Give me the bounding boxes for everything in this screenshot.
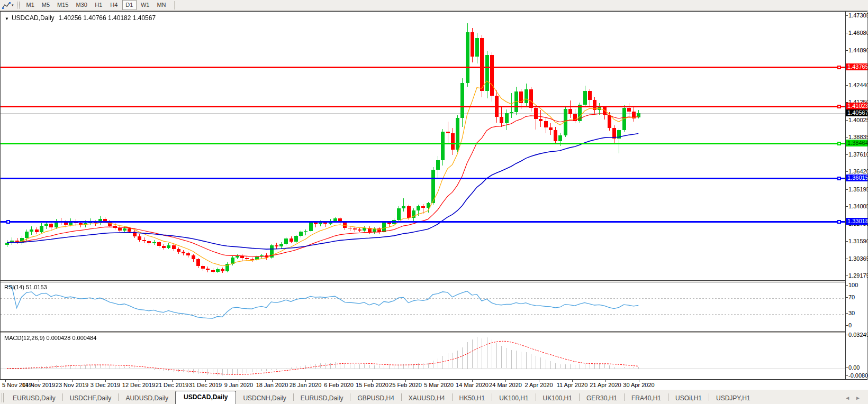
date-label: 12 Dec 2019 <box>122 382 155 388</box>
price-tick: 1.31590 <box>848 238 868 244</box>
date-label: 18 Jan 2020 <box>256 382 288 388</box>
chart-tab-eurusd-daily[interactable]: EURUSD,Daily <box>294 393 350 404</box>
chart-tab-usoil-h1[interactable]: USOil,H1 <box>668 393 709 404</box>
panel-splitter[interactable] <box>0 331 845 333</box>
price-chart-canvas[interactable] <box>1 12 845 280</box>
rsi-tick: 70 <box>848 294 855 300</box>
price-tick-dash <box>846 120 848 121</box>
date-label: 6 Feb 2020 <box>324 382 354 388</box>
price-tick-dash <box>846 33 848 33</box>
timeframe-button-m15[interactable]: M15 <box>54 0 71 10</box>
price-tick: 1.40025 <box>848 117 868 123</box>
price-tag-1.40567: 1.40567 <box>846 109 868 116</box>
date-label: 2 Apr 2020 <box>525 382 553 388</box>
chart-tab-xauusd-h4[interactable]: XAUUSD,H4 <box>402 393 452 404</box>
tab-scroll-left-icon[interactable]: ◄ <box>845 395 850 401</box>
date-label: 21 Apr 2020 <box>590 382 621 388</box>
rsi-tick-dash <box>846 325 848 326</box>
price-tick-dash <box>846 241 848 242</box>
price-tick: 1.34005 <box>848 203 868 209</box>
rsi-tick: 30 <box>848 310 855 316</box>
price-tag-1.33018: 1.33018 <box>846 218 868 225</box>
date-label: 24 Mar 2020 <box>489 382 522 388</box>
timeframe-button-mn[interactable]: MN <box>153 0 169 10</box>
price-tick-dash <box>846 259 848 259</box>
chart-tab-usdchf-daily[interactable]: USDCHF,Daily <box>63 393 119 404</box>
chart-tab-hk50-h1[interactable]: HK50,H1 <box>453 393 492 404</box>
chart-tab-gbpusd-h4[interactable]: GBPUSD,H4 <box>350 393 401 404</box>
chart-tab-uk100-h1[interactable]: UK100,H1 <box>536 393 579 404</box>
macd-tick-dash <box>846 375 848 376</box>
tab-scroll-arrows: ◄ ► <box>845 395 868 404</box>
date-label: 23 Nov 2019 <box>56 382 88 388</box>
date-label: 9 Jan 2020 <box>224 382 253 388</box>
date-axis-border <box>0 380 868 380</box>
draw-tool-button[interactable]: ▾ <box>0 1 16 10</box>
price-tick: 1.36420 <box>848 168 868 175</box>
chart-tab-uk100-h1[interactable]: UK100,H1 <box>492 393 535 404</box>
date-axis[interactable]: 5 Nov 201914 Nov 201923 Nov 20193 Dec 20… <box>0 380 868 389</box>
price-tick-dash <box>846 85 848 86</box>
macd-tick-dash <box>846 368 848 368</box>
price-tick: 1.42440 <box>848 82 868 88</box>
tab-scroll-right-icon[interactable]: ► <box>855 395 861 401</box>
chart-tab-usdjpy-h1[interactable]: USDJPY,H1 <box>709 393 757 404</box>
toolbar-separator <box>174 1 175 10</box>
chart-title-symbol: USDCAD,Daily <box>12 14 55 22</box>
price-axis[interactable]: 1.473051.460801.448901.436651.424401.412… <box>845 12 868 380</box>
rsi-indicator-canvas[interactable] <box>1 282 845 331</box>
chart-title: ▼USDCAD,Daily1.40256 1.40766 1.40182 1.4… <box>5 14 156 22</box>
price-tick: 1.37610 <box>848 151 868 158</box>
price-tick: 1.29175 <box>848 272 868 279</box>
date-label: 25 Feb 2020 <box>389 382 422 388</box>
chart-tab-fra40-h1[interactable]: FRA40,H1 <box>625 393 668 404</box>
price-tick-dash <box>846 189 848 190</box>
toolbar: ▾ M1M5M15M30H1H4D1W1MN <box>0 0 868 11</box>
price-tick: 1.47305 <box>848 12 868 19</box>
tab-bar-grip-icon <box>2 393 4 402</box>
price-tick: 1.44890 <box>848 47 868 53</box>
rsi-tick-dash <box>846 313 848 314</box>
chart-tab-bar: EURUSD,DailyUSDCHF,DailyAUDUSD,DailyUSDC… <box>0 389 868 404</box>
timeframe-button-m30[interactable]: M30 <box>73 0 90 10</box>
chart-menu-caret-icon[interactable]: ▼ <box>5 16 9 21</box>
timeframe-button-m1[interactable]: M1 <box>23 0 38 10</box>
chart-tab-eurusd-daily[interactable]: EURUSD,Daily <box>6 393 62 404</box>
date-label: 14 Nov 2019 <box>22 382 55 388</box>
mt4-window: ▾ M1M5M15M30H1H4D1W1MN ▼USDCAD,Daily1.40… <box>0 0 868 404</box>
macd-tick: -0.008086 <box>848 372 868 379</box>
chart-window: ▼USDCAD,Daily1.40256 1.40766 1.40182 1.4… <box>0 11 868 389</box>
date-label: 3 Dec 2019 <box>91 382 120 388</box>
macd-tick: 0.032493 <box>848 332 868 338</box>
rsi-tick-dash <box>846 285 848 286</box>
price-tick: 1.30365 <box>848 255 868 262</box>
price-tag-1.43765: 1.43765 <box>846 63 868 70</box>
timeframe-button-h4[interactable]: H4 <box>107 0 121 10</box>
chart-tab-ger30-h1[interactable]: GER30,H1 <box>580 393 624 404</box>
date-label: 11 Apr 2020 <box>557 382 588 388</box>
macd-indicator-canvas[interactable] <box>1 333 845 380</box>
rsi-tick: 100 <box>848 282 858 288</box>
date-label: 14 Mar 2020 <box>456 382 489 388</box>
chart-tab-usdcnh-daily[interactable]: USDCNH,Daily <box>236 393 293 404</box>
chart-tab-usdcad-daily[interactable]: USDCAD,Daily <box>175 391 236 404</box>
timeframe-button-d1[interactable]: D1 <box>122 0 137 10</box>
price-tick-dash <box>846 206 848 207</box>
macd-tick-dash <box>846 335 848 335</box>
date-label: 31 Dec 2019 <box>189 382 222 388</box>
timeframe-button-h1[interactable]: H1 <box>92 0 106 10</box>
panel-splitter[interactable] <box>0 280 845 282</box>
price-tick-dash <box>846 154 848 155</box>
price-tick: 1.46080 <box>848 30 868 36</box>
price-tick: 1.35195 <box>848 186 868 192</box>
chart-tab-audusd-daily[interactable]: AUDUSD,Daily <box>119 393 175 404</box>
draw-tool-icon <box>2 2 11 9</box>
timeframe-button-m5[interactable]: M5 <box>39 0 53 10</box>
rsi-tick-dash <box>846 297 848 298</box>
timeframe-button-w1[interactable]: W1 <box>138 0 153 10</box>
price-tick-dash <box>846 137 848 137</box>
price-tag-1.41023: 1.41023 <box>846 103 868 109</box>
chart-title-ohlc: 1.40256 1.40766 1.40182 1.40567 <box>59 14 156 22</box>
price-tag-1.36015: 1.36015 <box>846 175 868 181</box>
date-label: 5 Mar 2020 <box>424 382 454 388</box>
